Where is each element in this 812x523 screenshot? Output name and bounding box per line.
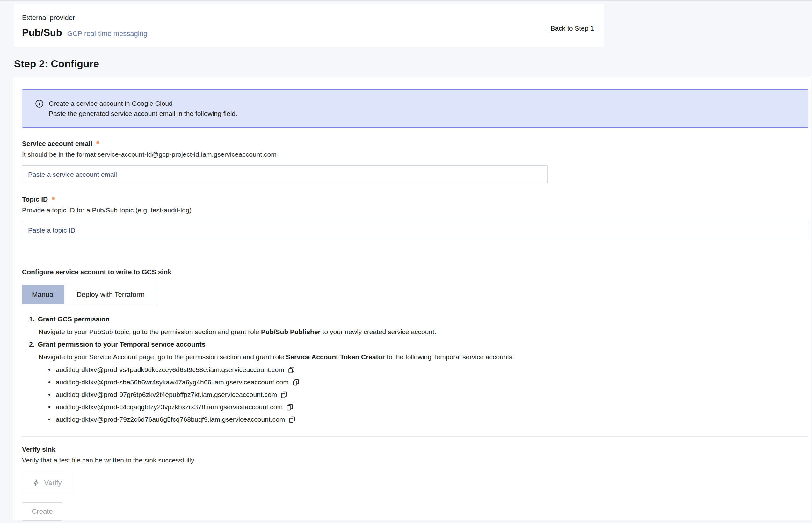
copy-icon	[288, 416, 296, 423]
back-to-step-1-link[interactable]: Back to Step 1	[550, 24, 594, 32]
step-title-text: Grant GCS permission	[38, 315, 110, 323]
info-banner-text: Create a service account in Google Cloud…	[49, 99, 237, 118]
provider-eyebrow: External provider	[22, 14, 594, 22]
provider-title: Pub/Sub	[22, 27, 62, 38]
gcs-sink-heading: Configure service account to write to GC…	[22, 268, 809, 276]
step-body: Navigate to your PubSub topic, go to the…	[38, 327, 809, 336]
create-button[interactable]: Create	[22, 502, 63, 521]
step-body-role: Service Account Token Creator	[286, 353, 385, 361]
service-account-email: auditlog-dktxv@prod-sbe56h6wr4sykaw47a6y…	[56, 378, 289, 386]
service-account-email: auditlog-dktxv@prod-c4cqaqgbfzy23vpzkbxz…	[56, 403, 283, 411]
copy-email-button[interactable]	[286, 403, 294, 411]
info-banner-body: Paste the generated service account emai…	[49, 109, 237, 118]
copy-email-button[interactable]	[287, 366, 296, 374]
service-account-item: auditlog-dktxv@prod-c4cqaqgbfzy23vpzkbxz…	[48, 403, 809, 411]
step-grant-gcs-permission: 1. Grant GCS permission Navigate to your…	[29, 315, 809, 336]
configure-card: Create a service account in Google Cloud…	[13, 77, 811, 520]
topic-id-helper: Provide a topic ID for a Pub/Sub topic (…	[22, 206, 809, 214]
service-account-item: auditlog-dktxv@prod-97gr6tp6zkv2t4epubff…	[48, 391, 809, 399]
copy-icon	[286, 403, 294, 411]
copy-icon	[287, 366, 296, 374]
divider	[22, 436, 809, 437]
step-title: 1. Grant GCS permission	[29, 315, 809, 323]
step-body: Navigate to your Service Account page, g…	[38, 353, 809, 361]
topic-id-label-text: Topic ID	[22, 196, 48, 203]
step-title: 2. Grant permission to your Temporal ser…	[29, 341, 809, 348]
flash-icon	[33, 479, 40, 487]
step-grant-temporal-permission: 2. Grant permission to your Temporal ser…	[29, 341, 809, 423]
provider-card: External provider Pub/Sub GCP real-time …	[14, 4, 604, 47]
verify-button-label: Verify	[44, 479, 61, 487]
step-heading: Step 2: Configure	[14, 58, 99, 70]
info-banner-title: Create a service account in Google Cloud	[49, 99, 237, 108]
copy-icon	[280, 391, 288, 399]
service-account-email: auditlog-dktxv@prod-vs4padk9dkczcey6d6st…	[56, 366, 284, 374]
service-account-email-helper: It should be in the format service-accou…	[22, 151, 809, 158]
step-number: 2.	[29, 341, 35, 348]
provider-title-row: Pub/Sub GCP real-time messaging	[22, 27, 594, 38]
instruction-steps: 1. Grant GCS permission Navigate to your…	[22, 315, 809, 423]
step-body-role: Pub/Sub Publisher	[261, 328, 321, 336]
copy-email-button[interactable]	[292, 378, 300, 386]
step-title-text: Grant permission to your Temporal servic…	[38, 341, 206, 348]
required-dot	[52, 197, 55, 200]
config-method-tabs: Manual Deploy with Terraform	[22, 285, 157, 305]
step-body-text: Navigate to your PubSub topic, go to the…	[38, 328, 261, 336]
step-number: 1.	[29, 315, 35, 323]
copy-icon	[292, 378, 300, 386]
provider-subtitle: GCP real-time messaging	[67, 30, 147, 38]
service-account-item: auditlog-dktxv@prod-sbe56h6wr4sykaw47a6y…	[48, 378, 809, 386]
service-account-email-input[interactable]	[22, 165, 548, 183]
topic-id-label: Topic ID	[22, 196, 809, 203]
create-button-label: Create	[32, 507, 53, 516]
topic-id-input[interactable]	[22, 221, 809, 239]
service-account-email: auditlog-dktxv@prod-97gr6tp6zkv2t4epubff…	[56, 391, 277, 398]
service-account-email-label-text: Service account email	[22, 140, 92, 147]
service-account-email-label: Service account email	[22, 140, 809, 147]
service-account-item: auditlog-dktxv@prod-vs4padk9dkczcey6d6st…	[48, 366, 809, 374]
verify-sink-helper: Verify that a test file can be written t…	[22, 456, 809, 464]
service-account-item: auditlog-dktxv@prod-79z2c6d76au6g5fcq768…	[48, 415, 809, 423]
top-divider	[0, 0, 812, 1]
step-body-text: Navigate to your Service Account page, g…	[38, 353, 286, 361]
required-dot	[96, 141, 100, 144]
step-body-text: to your newly created service account.	[321, 328, 436, 336]
tab-deploy-terraform[interactable]: Deploy with Terraform	[64, 285, 157, 304]
service-account-email: auditlog-dktxv@prod-79z2c6d76au6g5fcq768…	[56, 416, 285, 423]
info-banner: Create a service account in Google Cloud…	[22, 89, 809, 128]
divider	[22, 254, 809, 254]
verify-button[interactable]: Verify	[22, 474, 72, 492]
step-body-text: to the following Temporal service accoun…	[385, 353, 514, 361]
info-icon	[35, 100, 44, 109]
service-account-list: auditlog-dktxv@prod-vs4padk9dkczcey6d6st…	[48, 366, 809, 423]
copy-email-button[interactable]	[280, 391, 288, 399]
copy-email-button[interactable]	[288, 416, 296, 423]
verify-sink-heading: Verify sink	[22, 446, 809, 453]
tab-manual[interactable]: Manual	[22, 285, 64, 304]
